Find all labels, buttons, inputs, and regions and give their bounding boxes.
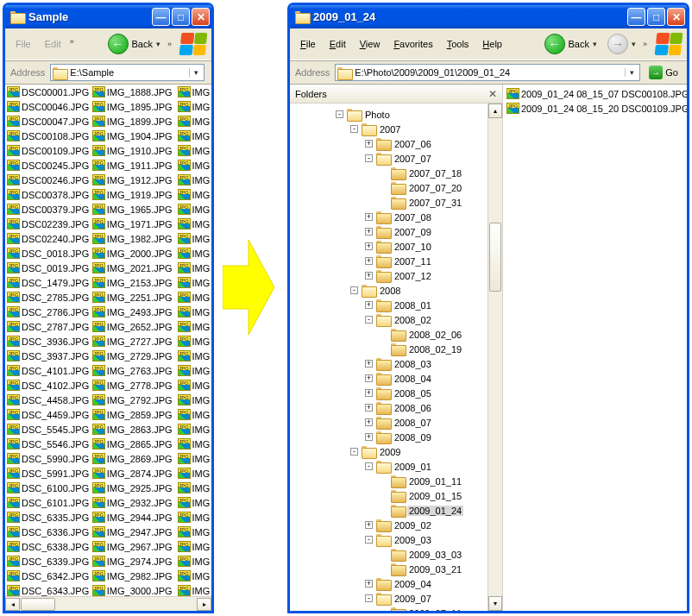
forward-button[interactable]: → ▾: [604, 32, 639, 56]
expand-toggle[interactable]: +: [365, 389, 373, 397]
file-item[interactable]: IMG_2967.JPG: [91, 539, 176, 554]
file-item[interactable]: 2009_01_24 08_15_20 DSC00109.JPG: [505, 101, 685, 116]
expand-toggle[interactable]: +: [365, 580, 373, 588]
file-item[interactable]: IMG: [176, 305, 211, 319]
scroll-track[interactable]: [488, 118, 502, 222]
file-item[interactable]: IMG_2778.JPG: [91, 378, 176, 393]
tree-node[interactable]: +2008_01: [292, 298, 488, 312]
file-item[interactable]: IMG: [176, 85, 211, 99]
file-item[interactable]: IMG: [176, 202, 211, 217]
tree-node[interactable]: +2008_05: [292, 386, 488, 400]
file-item[interactable]: IMG_2153.JPG: [91, 275, 176, 290]
tree-node[interactable]: 2008_02_19: [292, 342, 488, 356]
file-item[interactable]: IMG_2869.JPG: [91, 451, 176, 466]
expand-toggle[interactable]: +: [365, 272, 373, 280]
file-item[interactable]: IMG: [176, 99, 211, 114]
scroll-thumb[interactable]: [489, 223, 501, 292]
file-item[interactable]: 2009_01_24 08_15_07 DSC00108.JPG: [505, 86, 685, 101]
go-button[interactable]: → Go: [645, 65, 682, 80]
file-item[interactable]: IMG_2874.JPG: [91, 466, 176, 481]
file-item[interactable]: DSC_4459.JPG: [5, 407, 91, 422]
file-item[interactable]: DSC_0019.JPG: [5, 261, 91, 275]
collapse-toggle[interactable]: -: [365, 316, 373, 324]
file-item[interactable]: IMG_1971.JPG: [91, 217, 176, 231]
tree-node[interactable]: -2009_03: [292, 532, 488, 547]
tree-node[interactable]: +2008_07: [292, 415, 488, 430]
file-item[interactable]: DSC_3936.JPG: [5, 334, 91, 349]
file-item[interactable]: IMG: [176, 319, 211, 334]
tree-node[interactable]: 2007_07_31: [292, 195, 488, 210]
file-item[interactable]: IMG: [176, 114, 211, 129]
menu-file[interactable]: File: [10, 37, 36, 51]
tree-node[interactable]: 2009_01_15: [292, 488, 488, 503]
file-item[interactable]: DSC_5545.JPG: [5, 422, 91, 437]
menu-view[interactable]: View: [355, 37, 386, 51]
file-item[interactable]: IMG: [176, 158, 211, 173]
file-item[interactable]: IMG: [176, 393, 211, 407]
horizontal-scrollbar[interactable]: ◂ ▸: [5, 596, 211, 611]
file-item[interactable]: IMG: [176, 246, 211, 261]
back-dropdown[interactable]: ▾: [156, 40, 160, 48]
file-item[interactable]: IMG_1895.JPG: [91, 99, 176, 114]
file-item[interactable]: IMG: [176, 466, 211, 481]
expand-toggle[interactable]: +: [365, 404, 373, 412]
tree-node[interactable]: +2007_12: [292, 268, 488, 283]
file-item[interactable]: DSC00109.JPG: [5, 143, 91, 158]
file-item[interactable]: IMG: [176, 275, 211, 290]
minimize-button[interactable]: —: [627, 8, 645, 26]
file-item[interactable]: DSC02240.JPG: [5, 231, 91, 246]
address-dropdown[interactable]: ▾: [625, 68, 638, 77]
file-item[interactable]: DSC_6335.JPG: [5, 510, 91, 525]
file-item[interactable]: IMG: [176, 217, 211, 231]
file-item[interactable]: DSC00046.JPG: [5, 99, 91, 114]
vertical-scrollbar[interactable]: ▴ ▾: [488, 104, 502, 611]
collapse-toggle[interactable]: -: [365, 536, 373, 544]
menu-help[interactable]: Help: [477, 37, 507, 51]
file-item[interactable]: IMG_2792.JPG: [91, 393, 176, 407]
titlebar[interactable]: 2009_01_24 — □ ✕: [290, 5, 687, 28]
tree-node[interactable]: -2007: [292, 122, 488, 136]
tree-node[interactable]: 2009_03_03: [292, 547, 488, 562]
tree-node[interactable]: +2008_04: [292, 371, 488, 386]
file-item[interactable]: IMG: [176, 422, 211, 437]
file-item[interactable]: IMG_2251.JPG: [91, 290, 176, 305]
maximize-button[interactable]: □: [647, 8, 665, 26]
toolbar-overflow[interactable]: »: [643, 40, 647, 48]
file-item[interactable]: IMG_2865.JPG: [91, 437, 176, 451]
file-item[interactable]: IMG: [176, 525, 211, 539]
file-item[interactable]: DSC_0018.JPG: [5, 246, 91, 261]
file-item[interactable]: DSC00047.JPG: [5, 114, 91, 129]
file-item[interactable]: IMG: [176, 143, 211, 158]
file-item[interactable]: DSC_6101.JPG: [5, 495, 91, 510]
menu-file[interactable]: File: [295, 37, 321, 51]
file-item[interactable]: IMG: [176, 495, 211, 510]
tree-node[interactable]: 2007_07_18: [292, 166, 488, 180]
file-item[interactable]: IMG_2021.JPG: [91, 261, 176, 275]
minimize-button[interactable]: —: [152, 8, 170, 26]
address-input[interactable]: [355, 67, 625, 78]
file-item[interactable]: IMG_2763.JPG: [91, 363, 176, 378]
collapse-toggle[interactable]: -: [336, 110, 343, 118]
file-item[interactable]: IMG_2493.JPG: [91, 305, 176, 319]
tree-node[interactable]: -2007_07: [292, 151, 488, 166]
file-item[interactable]: IMG: [176, 363, 211, 378]
file-item[interactable]: IMG: [176, 583, 211, 596]
back-dropdown[interactable]: ▾: [593, 40, 597, 48]
expand-toggle[interactable]: +: [365, 360, 373, 368]
file-item[interactable]: DSC_5990.JPG: [5, 451, 91, 466]
file-item[interactable]: IMG_1888.JPG: [91, 85, 176, 99]
file-item[interactable]: IMG: [176, 539, 211, 554]
address-input[interactable]: [70, 67, 189, 78]
file-item[interactable]: IMG_2727.JPG: [91, 334, 176, 349]
file-item[interactable]: IMG_2859.JPG: [91, 407, 176, 422]
menu-favorites[interactable]: Favorites: [388, 37, 437, 51]
tree-node[interactable]: +2007_10: [292, 239, 488, 254]
expand-toggle[interactable]: +: [365, 213, 373, 221]
file-item[interactable]: IMG: [176, 554, 211, 569]
tree-node[interactable]: 2009_03_21: [292, 562, 488, 576]
file-item[interactable]: IMG_1965.JPG: [91, 202, 176, 217]
file-item[interactable]: DSC_3937.JPG: [5, 349, 91, 363]
file-item[interactable]: IMG_1911.JPG: [91, 158, 176, 173]
tree-node[interactable]: +2007_11: [292, 254, 488, 268]
file-item[interactable]: DSC_4458.JPG: [5, 393, 91, 407]
